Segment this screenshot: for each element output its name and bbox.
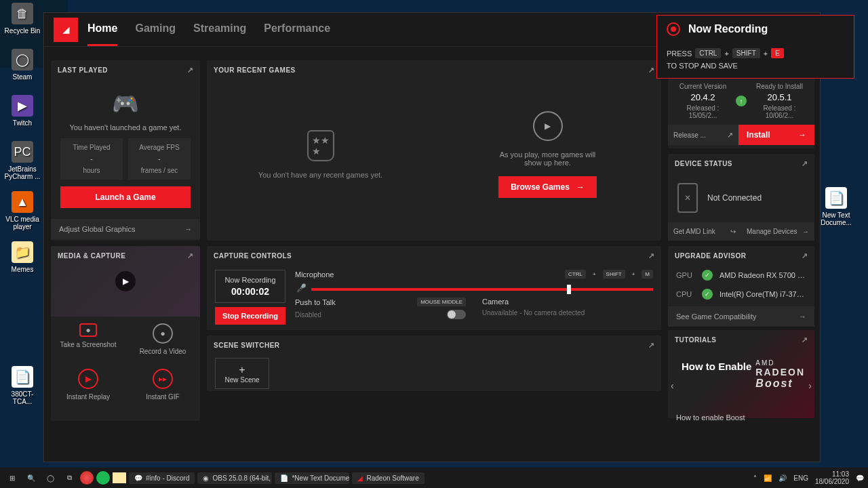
expand-icon[interactable] (648, 66, 655, 75)
folder-icon: 📁 (12, 241, 33, 263)
tutorials-title: TUTORIALS (675, 336, 717, 344)
install-button[interactable]: Install (738, 125, 814, 145)
arrow-right-icon (799, 312, 806, 321)
share-icon: ↪ (730, 228, 736, 235)
taskbar-app-radeon[interactable]: ◢Radeon Software (352, 472, 424, 484)
start-button[interactable]: ⊞ (4, 470, 20, 486)
expand-icon[interactable] (802, 336, 808, 344)
slider-knob[interactable] (567, 285, 571, 294)
desktop-icon-vlc[interactable]: ▲VLC media player (3, 191, 42, 230)
expand-icon[interactable] (648, 341, 655, 350)
panel-capture-controls: CAPTURE CONTROLS Now Recording 00:00:02 … (207, 246, 661, 330)
release-notes-link[interactable]: Release ... (668, 125, 738, 145)
arrow-right-icon (802, 228, 809, 235)
driver-current: Current Version20.4.2Released : 15/05/2.… (676, 83, 730, 119)
take-screenshot-button[interactable]: ●Take a Screenshot (51, 317, 125, 362)
desktop-icon-steam[interactable]: ◯Steam (3, 49, 42, 81)
ptt-label: Push to Talk (295, 298, 336, 306)
shield-icon: ★★★ (307, 130, 334, 161)
task-view-button[interactable]: ⧉ (61, 470, 77, 486)
adjust-graphics-link[interactable]: Adjust Global Graphics (51, 219, 200, 239)
gif-icon: ▸▸ (153, 369, 173, 389)
taskbar: ⊞ 🔍 ◯ ⧉ 💬#info - Discord ◉OBS 25.0.8 (64… (0, 468, 868, 488)
desktop-icon-pdf[interactable]: 📄380CT-TCA... (3, 366, 42, 405)
taskbar-app-notepad[interactable]: 📄*New Text Docume... (275, 472, 349, 484)
check-icon: ✓ (702, 270, 713, 281)
steam-icon: ◯ (12, 49, 33, 70)
taskbar-clock[interactable]: 11:0318/06/2020 (815, 470, 849, 485)
spotify-icon[interactable] (96, 471, 110, 485)
gpu-name: AMD Radeon RX 5700 XT (719, 271, 806, 279)
recent-hint: As you play, more games will show up her… (497, 150, 599, 167)
desktop-icon-memes[interactable]: 📁Memes (3, 241, 42, 273)
get-amd-link[interactable]: Get AMD Link↪ (668, 222, 741, 241)
tutorial-next[interactable]: › (808, 380, 812, 391)
tray-lang[interactable]: ENG (793, 474, 808, 482)
notifications-icon[interactable]: 💬 (856, 474, 864, 482)
panel-upgrade-advisor: UPGRADE ADVISOR GPU✓AMD Radeon RX 5700 X… (668, 246, 814, 325)
camera-state: Unavailable - No camera detected (482, 309, 653, 317)
manage-devices-link[interactable]: Manage Devices (741, 222, 814, 241)
chrome-icon[interactable] (80, 471, 94, 485)
desktop-icon-recycle[interactable]: 🗑Recycle Bin (3, 3, 42, 35)
tutorial-prev[interactable]: ‹ (671, 380, 674, 391)
ptt-toggle[interactable] (447, 310, 466, 319)
gpu-label: GPU (676, 271, 695, 279)
trash-icon: 🗑 (12, 3, 33, 24)
expand-icon[interactable] (187, 251, 194, 260)
record-indicator-icon (667, 22, 680, 36)
overlay-title: Now Recording (688, 23, 768, 35)
game-compat-link[interactable]: See Game Compatibility (668, 306, 814, 327)
tutorial-caption: How to enable Boost (668, 411, 814, 424)
hotkey-chip: CTRL (565, 270, 586, 279)
panel-recent-games: YOUR RECENT GAMES ★★★ You don't have any… (207, 60, 661, 241)
explorer-icon[interactable] (113, 472, 126, 483)
upgrade-title: UPGRADE ADVISOR (675, 252, 746, 260)
expand-icon[interactable] (802, 159, 808, 168)
taskbar-app-discord[interactable]: 💬#info - Discord (129, 472, 195, 484)
mic-muted-icon[interactable]: 🎤 (296, 283, 307, 293)
desktop-icon-twitch[interactable]: ▶Twitch (3, 95, 42, 127)
key-shift: SHIFT (732, 48, 760, 58)
obs-icon: ◉ (203, 474, 209, 482)
tray-volume-icon[interactable]: 🔊 (778, 474, 787, 482)
expand-icon[interactable] (187, 66, 194, 75)
instant-gif-button[interactable]: ▸▸Instant GIF (125, 362, 200, 407)
tray-network-icon[interactable]: 📶 (764, 474, 772, 482)
record-video-button[interactable]: ●Record a Video (125, 317, 200, 362)
play-circle-icon[interactable]: ▶ (533, 111, 563, 141)
camera-label: Camera (482, 298, 653, 306)
microphone-label: Microphone (295, 270, 558, 279)
radeon-icon: ◢ (357, 474, 363, 482)
update-available-icon: ↑ (736, 96, 747, 106)
microphone-slider[interactable]: 🎤 (311, 288, 653, 291)
notepad-icon: 📄 (280, 474, 288, 482)
driver-new: Ready to Install20.5.1Released : 10/06/2… (753, 83, 806, 119)
ptt-state: Disabled (295, 311, 321, 319)
expand-icon[interactable] (802, 251, 808, 260)
tab-performance[interactable]: Performance (264, 13, 330, 46)
key-ctrl: CTRL (695, 48, 721, 58)
tab-gaming[interactable]: Gaming (135, 13, 176, 46)
device-title: DEVICE STATUS (675, 160, 732, 167)
expand-icon[interactable] (648, 251, 655, 260)
tray-chevron-icon[interactable]: ˄ (753, 474, 757, 482)
launch-game-button[interactable]: Launch a Game (60, 186, 191, 208)
stop-recording-button[interactable]: Stop Recording (215, 307, 285, 325)
desktop-icon-newtext[interactable]: 📄New Text Docume... (816, 187, 856, 226)
external-icon (727, 131, 733, 140)
cortana-button[interactable]: ◯ (42, 470, 58, 486)
browse-games-button[interactable]: Browse Games (498, 176, 597, 198)
amd-logo: ◢ (54, 18, 78, 42)
instant-replay-button[interactable]: ▶Instant Replay (51, 362, 125, 407)
tab-home[interactable]: Home (87, 13, 117, 46)
ptt-key-chip: MOUSE MIDDLE (417, 298, 466, 306)
recent-title: YOUR RECENT GAMES (214, 66, 296, 74)
recording-status: Now Recording 00:00:02 (215, 270, 285, 303)
desktop-icon-pycharm[interactable]: PCJetBrains PyCharm ... (3, 141, 42, 180)
search-button[interactable]: 🔍 (23, 470, 39, 486)
tab-streaming[interactable]: Streaming (193, 13, 246, 46)
new-scene-button[interactable]: +New Scene (215, 358, 269, 389)
taskbar-app-obs[interactable]: ◉OBS 25.0.8 (64-bit, ... (197, 472, 272, 484)
hotkey-chip: M (642, 270, 653, 279)
